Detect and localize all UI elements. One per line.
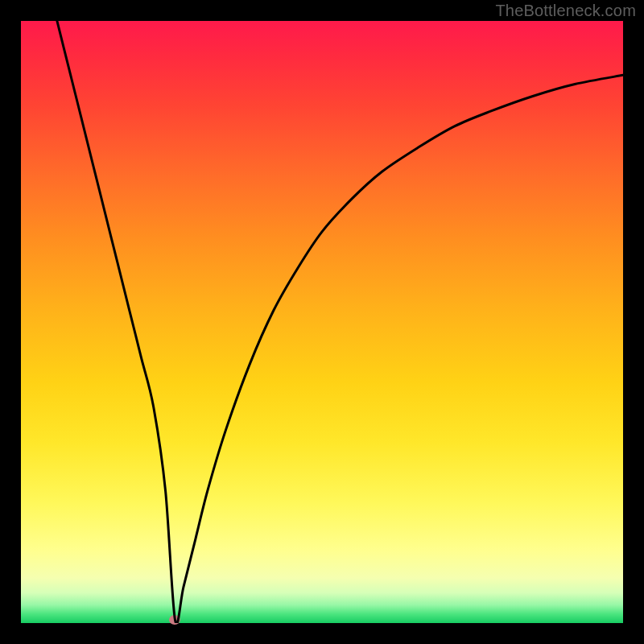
curve-svg bbox=[21, 21, 623, 623]
bottleneck-curve bbox=[57, 21, 623, 623]
chart-frame: TheBottleneck.com bbox=[0, 0, 644, 644]
watermark-text: TheBottleneck.com bbox=[495, 2, 636, 20]
plot-area bbox=[21, 21, 623, 623]
